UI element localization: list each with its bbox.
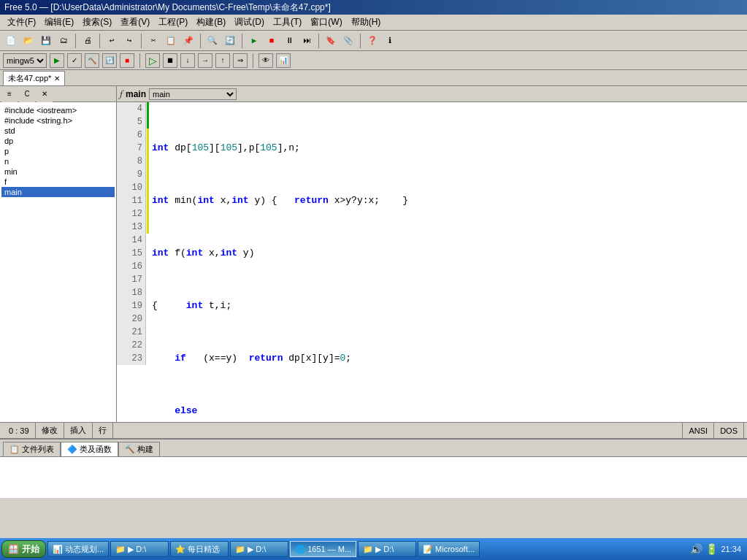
debug-run-to-button[interactable]: ⇒	[233, 53, 248, 68]
tree-std[interactable]: std	[1, 126, 115, 136]
code-lines[interactable]: int dp[105][105],p[105],n; int min(int x…	[149, 102, 747, 422]
compile-build-button[interactable]: 🔨	[85, 53, 99, 68]
copy-button[interactable]: 📋	[163, 33, 179, 49]
status-encoding: ANSI	[683, 423, 714, 438]
replace-button[interactable]: 🔄	[222, 33, 238, 49]
sep7	[360, 34, 361, 48]
bookmark-marker-8	[147, 194, 149, 207]
tree-min[interactable]: min	[1, 166, 115, 177]
code-content[interactable]: 4 5 6 7 8 9 10 11 12 13 14 15 16 17 18 1…	[117, 102, 747, 422]
sep5	[242, 34, 242, 48]
cut-button[interactable]: ✂	[145, 33, 161, 49]
help-button[interactable]: ❓	[364, 33, 380, 49]
about-button[interactable]: ℹ	[382, 33, 398, 49]
taskbar-label-4: ▶ D:\	[248, 545, 266, 554]
status-format: DOS	[714, 423, 744, 438]
menu-window[interactable]: 窗口(W)	[306, 15, 346, 30]
menu-project[interactable]: 工程(P)	[154, 15, 192, 30]
debug-callstack-button[interactable]: 📊	[276, 53, 291, 68]
paste-button[interactable]: 📌	[180, 33, 196, 49]
taskbar-item-6[interactable]: 📁 ▶ D:\	[358, 541, 416, 557]
start-button[interactable]: 🪟 开始	[1, 540, 46, 558]
sep-c2	[253, 53, 253, 68]
bookmark-next-button[interactable]: 📎	[340, 33, 356, 49]
compile-check-button[interactable]: ✓	[67, 53, 82, 68]
function-select[interactable]: main min f	[149, 88, 237, 100]
compiler-select[interactable]: mingw5	[3, 53, 47, 68]
debug-step-out-button[interactable]: ↑	[215, 53, 230, 68]
taskbar-icon-1: 📊	[53, 545, 63, 554]
build-label: 构建	[137, 444, 153, 455]
status-empty1	[113, 423, 683, 438]
tree-include-string[interactable]: #include <string.h>	[1, 115, 115, 126]
tab-bar: 未名47.cpp* ✕	[0, 70, 747, 86]
stop-button[interactable]: ■	[264, 33, 280, 49]
left-tree: #include <iostream> #include <string.h> …	[0, 102, 116, 200]
bookmark-button[interactable]: 🔖	[323, 33, 339, 49]
taskbar-item-3[interactable]: ⭐ 每日精选	[170, 541, 229, 557]
file-tab[interactable]: 未名47.cpp* ✕	[3, 71, 65, 85]
menu-build[interactable]: 构建(B)	[192, 15, 230, 30]
toolbar1: 📄 📂 💾 🗂 🖨 ↩ ↪ ✂ 📋 📌 🔍 🔄 ▶ ■ ⏸ ⏭ 🔖 📎 ❓ ℹ	[0, 31, 747, 51]
taskbar-icon-2: 📁	[115, 545, 126, 554]
taskbar-icon-6: 📁	[363, 545, 373, 554]
code-line-7: { int t,i;	[152, 299, 744, 312]
code-panel: 𝑓 main main min f 4 5 6 7 8 9 10 11 12 1…	[117, 86, 747, 422]
undo-button[interactable]: ↩	[104, 33, 120, 49]
btab-classes[interactable]: 🔷 类及函数	[61, 442, 118, 456]
tab-close-icon[interactable]: ✕	[54, 74, 60, 83]
tree-f[interactable]: f	[1, 177, 115, 187]
compile-rebuild-button[interactable]: 🔃	[102, 53, 117, 68]
status-bar: 0 : 39 修改 插入 行 ANSI DOS	[0, 422, 747, 438]
print-button[interactable]: 🖨	[80, 33, 96, 49]
debug-start-button[interactable]: ▷	[145, 53, 160, 68]
compile-stop-button[interactable]: ■	[120, 53, 134, 68]
tree-dp[interactable]: dp	[1, 136, 115, 146]
run-button[interactable]: ▶	[246, 33, 262, 49]
open-button[interactable]: 📂	[20, 33, 37, 49]
close-left-icon[interactable]: ✕	[37, 86, 53, 102]
tree-main[interactable]: main	[1, 187, 115, 197]
find-button[interactable]: 🔍	[204, 33, 221, 49]
menu-view[interactable]: 查看(V)	[116, 15, 154, 30]
taskbar-icon-7: 📝	[423, 545, 433, 554]
function-label: main	[126, 89, 146, 99]
status-insert: 插入	[64, 423, 93, 438]
save-all-button[interactable]: 🗂	[55, 33, 72, 49]
taskbar-item-4[interactable]: 📁 ▶ D:\	[230, 541, 288, 557]
debug-button[interactable]: ⏸	[281, 33, 297, 49]
debug-step-into-button[interactable]: ↓	[180, 53, 195, 68]
title-text: Free 5.0 — [D:\UserData\Administrator\My…	[4, 1, 331, 14]
save-button[interactable]: 💾	[38, 33, 54, 49]
menu-debug[interactable]: 调试(D)	[230, 15, 269, 30]
function-icon: 𝑓	[120, 88, 123, 100]
redo-button[interactable]: ↪	[121, 33, 137, 49]
step-button[interactable]: ⏭	[299, 33, 315, 49]
class-icon[interactable]: C	[19, 86, 35, 102]
menu-search[interactable]: 搜索(S)	[78, 15, 116, 30]
debug-stop-button[interactable]: ⏹	[163, 53, 177, 68]
debug-watch-button[interactable]: 👁	[258, 53, 273, 68]
taskbar-item-7[interactable]: 📝 Microsoft...	[418, 541, 480, 557]
menu-help[interactable]: 帮助(H)	[347, 15, 386, 30]
tree-include-iostream[interactable]: #include <iostream>	[1, 105, 115, 115]
debug-step-over-button[interactable]: →	[198, 53, 212, 68]
tree-p[interactable]: p	[1, 146, 115, 156]
bookmark-marker-1	[147, 102, 149, 115]
bookmark-marker-6	[147, 168, 149, 181]
taskbar-item-2[interactable]: 📁 ▶ D:\	[110, 541, 169, 557]
sep2	[99, 34, 100, 48]
taskbar-item-5[interactable]: 🌐 1651 — M...	[290, 541, 356, 557]
btab-filelist[interactable]: 📋 文件列表	[3, 442, 61, 456]
btab-build[interactable]: 🔨 构建	[118, 442, 160, 456]
list-icon[interactable]: ≡	[1, 86, 18, 102]
tree-n[interactable]: n	[1, 156, 115, 166]
bottom-content	[0, 457, 747, 498]
taskbar-item-1[interactable]: 📊 动态规划...	[47, 541, 109, 557]
menu-edit[interactable]: 编辑(E)	[40, 15, 78, 30]
new-button[interactable]: 📄	[3, 33, 19, 49]
compile-run-button[interactable]: ▶	[50, 53, 64, 68]
code-header: 𝑓 main main min f	[117, 86, 747, 102]
menu-tools[interactable]: 工具(T)	[269, 15, 306, 30]
menu-file[interactable]: 文件(F)	[3, 15, 40, 30]
